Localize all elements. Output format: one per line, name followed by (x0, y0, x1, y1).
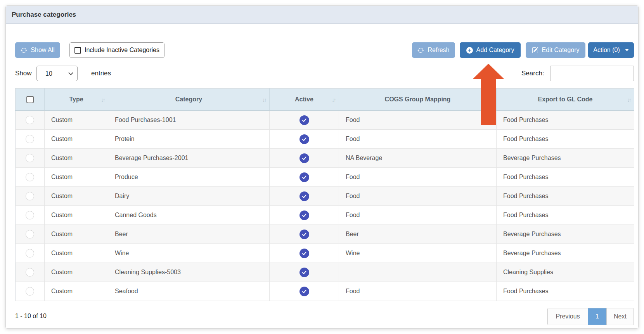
include-inactive-categories-button[interactable]: Include Inactive Categories (69, 42, 164, 58)
type-cell: Custom (45, 149, 108, 168)
previous-page-button[interactable]: Previous (548, 308, 588, 325)
refresh-icon (21, 47, 27, 54)
row-select-cell[interactable] (16, 168, 45, 187)
row-radio-button[interactable] (26, 116, 34, 124)
row-select-cell[interactable] (16, 149, 45, 168)
row-select-cell[interactable] (16, 225, 45, 244)
active-cell (270, 130, 339, 149)
column-header-type[interactable]: Type (45, 89, 108, 111)
row-radio-button[interactable] (26, 230, 34, 238)
active-cell (270, 225, 339, 244)
cogs-group-cell: Food (339, 111, 497, 130)
active-cell (270, 149, 339, 168)
row-radio-button[interactable] (26, 154, 34, 162)
row-radio-button[interactable] (26, 173, 34, 181)
table-row[interactable]: Custom Produce Food Food Purchases (16, 168, 634, 187)
row-select-cell[interactable] (16, 244, 45, 263)
cogs-group-cell: Wine (339, 244, 497, 263)
row-radio-button[interactable] (26, 135, 34, 143)
card-title-bar: Purchase categories (6, 6, 638, 24)
type-cell: Custom (45, 111, 108, 130)
category-cell: Beer (108, 225, 270, 244)
table-row[interactable]: Custom Beer Beer Beverage Purchases (16, 225, 634, 244)
refresh-button[interactable]: Refresh (412, 42, 455, 58)
row-select-cell[interactable] (16, 111, 45, 130)
table-header-row: Type Category Active COGS Group Mapping … (16, 89, 634, 111)
include-inactive-checkbox[interactable] (74, 47, 81, 54)
row-radio-button[interactable] (26, 211, 34, 219)
type-cell: Custom (45, 206, 108, 225)
next-page-button[interactable]: Next (606, 308, 634, 325)
annotation-arrow-up-icon (473, 64, 504, 79)
gl-code-cell: Food Purchases (497, 168, 634, 187)
column-header-active[interactable]: Active (270, 89, 339, 111)
action-dropdown-button[interactable]: Action (0) (588, 42, 634, 58)
cogs-group-cell: NA Beverage (339, 149, 497, 168)
category-cell: Canned Goods (108, 206, 270, 225)
type-cell: Custom (45, 168, 108, 187)
row-select-cell[interactable] (16, 187, 45, 206)
active-check-icon (299, 191, 309, 201)
row-radio-button[interactable] (26, 287, 34, 296)
type-cell: Custom (45, 263, 108, 282)
active-cell (270, 263, 339, 282)
gl-code-cell: Beverage Purchases (497, 244, 634, 263)
type-cell: Custom (45, 130, 108, 149)
add-category-label: Add Category (476, 47, 514, 54)
column-header-gl-code[interactable]: Export to GL Code (497, 89, 634, 111)
category-cell: Protein (108, 130, 270, 149)
show-all-button[interactable]: Show All (15, 42, 60, 58)
pagination: Previous 1 Next (547, 308, 634, 325)
cogs-group-cell: Food (339, 130, 497, 149)
current-page-button[interactable]: 1 (588, 308, 606, 325)
select-all-header[interactable] (16, 89, 45, 111)
action-label: Action (0) (593, 47, 620, 54)
active-check-icon (299, 268, 309, 277)
table-row[interactable]: Custom Canned Goods Food Food Purchases (16, 206, 634, 225)
page-size-select[interactable]: 10 (36, 66, 78, 81)
table-row[interactable]: Custom Protein Food Food Purchases (16, 130, 634, 149)
table-row[interactable]: Custom Food Purchases-1001 Food Food Pur… (16, 111, 634, 130)
entries-label: entries (91, 66, 111, 81)
edit-pencil-icon (532, 47, 538, 54)
row-select-cell[interactable] (16, 282, 45, 301)
column-header-category[interactable]: Category (108, 89, 270, 111)
table-row[interactable]: Custom Cleaning Supplies-5003 Cleaning S… (16, 263, 634, 282)
gl-code-cell: Beverage Purchases (497, 225, 634, 244)
column-header-cogs-group[interactable]: COGS Group Mapping (339, 89, 497, 111)
table-row[interactable]: Custom Dairy Food Food Purchases (16, 187, 634, 206)
row-select-cell[interactable] (16, 206, 45, 225)
categories-table: Type Category Active COGS Group Mapping … (15, 88, 634, 301)
pagination-range-text: 1 - 10 of 10 (15, 313, 47, 320)
gl-code-cell: Beverage Purchases (497, 149, 634, 168)
search-input[interactable] (550, 66, 634, 81)
cogs-group-cell: Food (339, 206, 497, 225)
row-select-cell[interactable] (16, 130, 45, 149)
table-row[interactable]: Custom Seafood Food Food Purchases (16, 282, 634, 301)
row-select-cell[interactable] (16, 263, 45, 282)
gl-code-cell: Food Purchases (497, 130, 634, 149)
sort-icon (332, 96, 335, 103)
active-cell (270, 187, 339, 206)
category-cell: Cleaning Supplies-5003 (108, 263, 270, 282)
edit-category-button[interactable]: Edit Category (526, 42, 585, 58)
show-entries-label: Show (15, 66, 32, 81)
type-cell: Custom (45, 187, 108, 206)
table-row[interactable]: Custom Beverage Purchases-2001 NA Bevera… (16, 149, 634, 168)
add-category-button[interactable]: Add Category (460, 42, 521, 58)
active-check-icon (299, 210, 309, 220)
active-cell (270, 168, 339, 187)
select-all-checkbox[interactable] (26, 96, 34, 103)
row-radio-button[interactable] (26, 249, 34, 257)
sort-icon (262, 96, 266, 103)
table-body: Custom Food Purchases-1001 Food Food Pur… (16, 111, 634, 301)
row-radio-button[interactable] (26, 192, 34, 200)
row-radio-button[interactable] (26, 268, 34, 277)
gl-code-cell: Food Purchases (497, 187, 634, 206)
active-check-icon (299, 153, 309, 163)
cogs-group-cell: Beer (339, 225, 497, 244)
table-row[interactable]: Custom Wine Wine Beverage Purchases (16, 244, 634, 263)
active-check-icon (299, 249, 309, 258)
active-cell (270, 206, 339, 225)
gl-code-cell: Food Purchases (497, 282, 634, 301)
